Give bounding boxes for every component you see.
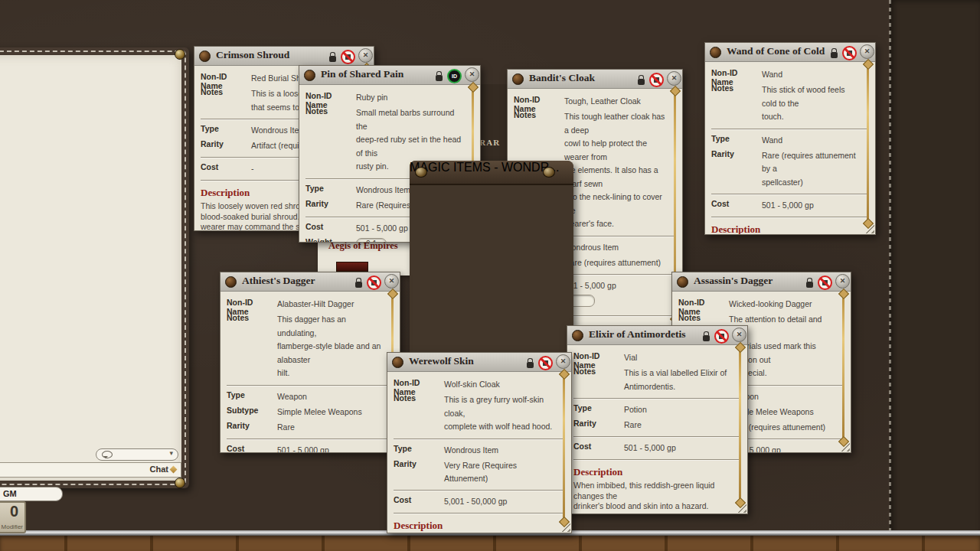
separator [711, 129, 869, 129]
window-body: Non-ID NameAlabaster-Hilt DaggerNotesThi… [220, 292, 400, 453]
field-label: Weight [305, 237, 354, 243]
field-label: Cost [394, 495, 443, 504]
field-value: Rare (requires attunement) [564, 256, 665, 269]
id-off-badge[interactable] [649, 73, 664, 87]
field-label: Subtype [227, 406, 276, 415]
id-off-badge[interactable] [714, 329, 729, 344]
lock-icon[interactable] [638, 79, 645, 85]
field-value: This tough leather cloak has a deepcowl … [564, 110, 665, 231]
separator [394, 439, 565, 439]
id-off-badge[interactable] [341, 50, 355, 64]
hotbar[interactable] [0, 536, 980, 551]
scrollbar[interactable] [867, 66, 869, 222]
close-button[interactable]: ✕ [835, 274, 850, 289]
window-body: Non-ID NameVialNotesThis is a vial label… [567, 345, 747, 514]
chat-speaker-pill[interactable]: GM [0, 487, 63, 501]
id-off-badge[interactable] [842, 46, 857, 60]
window-athiests-dagger[interactable]: Athiest's Dagger✕Non-ID NameAlabaster-Hi… [220, 272, 400, 453]
separator [711, 217, 869, 217]
field-value-line: wearer's face. [564, 217, 665, 231]
scrollbar[interactable] [563, 376, 565, 520]
desktop: ▾ Chat BRAR Aegis of Empires Crimson Shr… [0, 0, 980, 551]
close-button[interactable]: ✕ [358, 48, 373, 63]
lock-icon[interactable] [436, 75, 443, 81]
field-value: This stick of wood feels cold to thetouc… [762, 83, 858, 124]
field-row: Cost5,001 - 50,000 gp [387, 495, 571, 508]
field-value-line: hilt. [277, 367, 383, 380]
close-button[interactable]: ✕ [465, 67, 479, 82]
field-row: TypePotion [567, 403, 747, 416]
field-label: Cost [711, 199, 760, 208]
window-stud-icon [677, 276, 688, 288]
window-titlebar[interactable]: Wand of Cone of Cold✕ [705, 43, 875, 62]
window-titlebar[interactable]: Crimson Shroud✕ [194, 47, 374, 66]
window-titlebar[interactable]: Elixir of Antimordetis✕ [567, 326, 747, 345]
window-title: Assassin's Dagger [694, 275, 773, 287]
field-label: Type [227, 390, 276, 399]
lock-icon[interactable] [703, 335, 710, 341]
field-label: Rarity [305, 199, 354, 208]
field-value-line: touch. [762, 110, 858, 124]
window-werewolf-skin[interactable]: Werewolf Skin✕Non-ID NameWolf-skin Cloak… [387, 352, 572, 533]
list-titlebar[interactable]: MAGIC ITEMS - WONDR... [410, 161, 573, 185]
field-label: Notes [305, 106, 354, 116]
field-value: 501 - 5,000 gp [277, 444, 383, 454]
close-button[interactable]: ✕ [667, 71, 681, 86]
field-value: This dagger has an undulating,flamberge-… [277, 313, 383, 380]
field-value: Vial [624, 351, 730, 364]
id-on-badge[interactable]: ID [447, 69, 462, 83]
description-heading: Description [711, 223, 869, 235]
id-off-badge[interactable] [818, 276, 832, 290]
window-titlebar[interactable]: Athiest's Dagger✕ [220, 272, 400, 292]
field-value: Potion [624, 403, 730, 416]
window-titlebar[interactable]: Bandit's Cloak✕ [508, 70, 682, 89]
lock-icon[interactable] [329, 56, 336, 62]
field-value-box[interactable]: 0.1 [356, 238, 387, 243]
separator [394, 490, 565, 491]
chat-log[interactable] [0, 55, 181, 481]
chat-input[interactable]: Chat [0, 462, 181, 478]
close-button[interactable]: ✕ [860, 44, 874, 59]
window-elixir-of-antimordetis[interactable]: Elixir of Antimordetis✕Non-ID NameVialNo… [567, 325, 748, 514]
field-value: Wand [762, 134, 858, 147]
window-body: Non-ID NameWolf-skin CloakNotesThis is a… [387, 372, 571, 533]
field-value: Wondrous Item [564, 241, 665, 254]
field-label: Rarity [201, 139, 250, 148]
field-value-line: This stick of wood feels cold to the [762, 83, 858, 110]
separator [227, 385, 394, 386]
chat-send-label[interactable]: Chat [150, 465, 168, 474]
speech-bubble-icon [102, 451, 113, 458]
close-button[interactable]: ✕ [556, 354, 570, 369]
lock-icon[interactable] [527, 362, 534, 368]
lock-icon[interactable] [355, 282, 362, 288]
window-body: Non-ID NameWandNotesThis stick of wood f… [705, 62, 875, 235]
field-value-line: This tough leather cloak has a deep [564, 110, 665, 137]
scrollbar[interactable] [739, 349, 741, 501]
modifier-box[interactable]: 0 Modifier [0, 501, 26, 533]
close-button[interactable]: ✕ [384, 274, 399, 289]
field-value: Wolf-skin Cloak [444, 378, 554, 391]
field-label: Cost [305, 222, 354, 231]
window-title: Elixir of Antimordetis [589, 328, 686, 341]
description-line: drinker's blood and skin into a hazard. … [573, 501, 733, 514]
window-titlebar[interactable]: Werewolf Skin✕ [387, 353, 571, 372]
chat-window[interactable]: ▾ Chat [0, 47, 189, 488]
rivet-icon [175, 49, 185, 60]
lock-icon[interactable] [806, 282, 813, 288]
close-button[interactable]: ✕ [732, 328, 746, 342]
window-wand-of-cone-of-cold[interactable]: Wand of Cone of Cold✕Non-ID NameWandNote… [704, 42, 876, 235]
rivet-icon [175, 478, 185, 488]
field-row: TypeWeapon [220, 390, 400, 403]
field-row: NotesThis is a vial labelled Elixir ofAn… [567, 367, 747, 393]
id-off-badge[interactable] [367, 276, 381, 290]
field-value: Weapon [277, 390, 383, 403]
field-value: Tough, Leather Cloak [564, 95, 665, 108]
separator [227, 439, 394, 439]
separator [711, 194, 869, 194]
chat-voice-selector[interactable]: ▾ [96, 448, 178, 461]
scrollbar[interactable] [842, 295, 844, 440]
window-titlebar[interactable]: Pin of Shared PainID✕ [299, 66, 480, 85]
window-titlebar[interactable]: Assassin's Dagger✕ [672, 272, 851, 292]
lock-icon[interactable] [831, 52, 838, 58]
id-off-badge[interactable] [538, 356, 553, 370]
